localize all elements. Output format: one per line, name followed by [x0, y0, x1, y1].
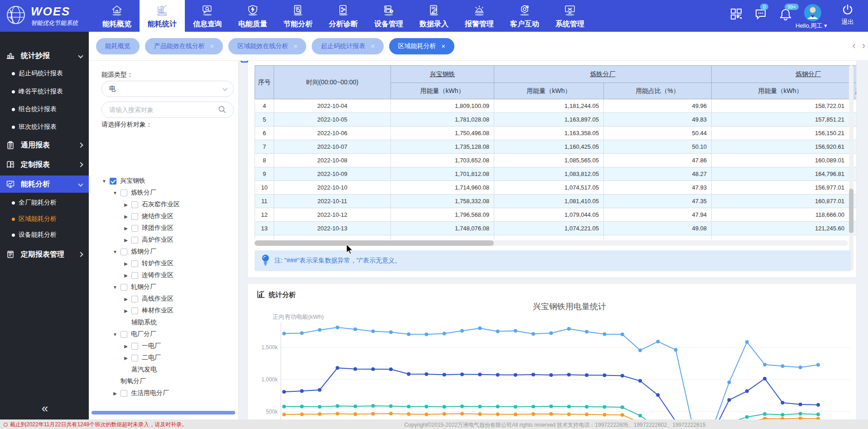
tree-node-蒸汽发电[interactable]: 蒸汽发电 — [89, 364, 238, 375]
data-point[interactable] — [318, 388, 322, 392]
data-point[interactable] — [781, 401, 784, 405]
data-point[interactable] — [816, 403, 820, 407]
data-point[interactable] — [550, 412, 553, 416]
data-point[interactable] — [603, 405, 606, 409]
data-point[interactable] — [407, 372, 410, 376]
data-point[interactable] — [318, 328, 322, 332]
tree-checkbox[interactable] — [131, 260, 138, 267]
data-point[interactable] — [638, 379, 642, 383]
data-point[interactable] — [424, 332, 428, 336]
tree-checkbox[interactable] — [121, 284, 127, 291]
data-point[interactable] — [621, 332, 624, 336]
tree-collapse-icon[interactable]: ▶ — [123, 261, 129, 266]
tab-5[interactable]: 区域能耗分析× — [389, 38, 454, 54]
data-point[interactable] — [478, 412, 482, 416]
tree-node-生活用电分厂[interactable]: ▶生活用电分厂 — [89, 387, 238, 399]
tree-expand-icon[interactable]: ▼ — [112, 332, 118, 337]
line-chart[interactable]: 1,500k1,000k500k — [248, 317, 856, 429]
data-point[interactable] — [371, 330, 375, 333]
tree-expand-icon[interactable]: ▼ — [112, 285, 118, 290]
data-point[interactable] — [550, 405, 553, 408]
energy-type-select[interactable]: 电 — [101, 81, 234, 97]
data-point[interactable] — [621, 405, 624, 409]
nav-item-1[interactable]: 能耗概览 — [94, 0, 140, 32]
data-point[interactable] — [336, 326, 339, 329]
tree-node-二电厂[interactable]: ▶二电厂 — [89, 352, 238, 364]
tree-checkbox[interactable] — [131, 201, 138, 208]
tree-checkbox[interactable] — [131, 213, 138, 220]
tree-node-转炉作业区[interactable]: ▶转炉作业区 — [89, 258, 238, 269]
data-point[interactable] — [567, 373, 571, 376]
data-point[interactable] — [567, 412, 571, 416]
data-point[interactable] — [531, 373, 535, 376]
data-point[interactable] — [300, 412, 304, 416]
data-point[interactable] — [318, 405, 322, 409]
tree-collapse-icon[interactable]: ▶ — [123, 226, 129, 231]
data-point[interactable] — [799, 366, 802, 369]
data-point[interactable] — [371, 412, 375, 416]
data-point[interactable] — [496, 330, 500, 333]
data-point[interactable] — [407, 405, 410, 409]
nav-item-4[interactable]: 电能质量 — [230, 0, 275, 32]
nav-item-6[interactable]: 分析诊断 — [321, 0, 366, 32]
tree-node-一电厂[interactable]: ▶一电厂 — [89, 340, 238, 352]
data-point[interactable] — [460, 373, 464, 376]
tree-node-石灰窑作业区[interactable]: ▶石灰窑作业区 — [89, 199, 238, 210]
data-point[interactable] — [531, 405, 535, 408]
data-point[interactable] — [567, 327, 571, 331]
table-row[interactable]: 62022-10-061,750,496.081,163,358.0550.44… — [255, 127, 857, 140]
tree-node-高线作业区[interactable]: ▶高线作业区 — [89, 293, 238, 305]
data-point[interactable] — [603, 413, 606, 416]
data-point[interactable] — [585, 373, 588, 377]
data-point[interactable] — [638, 348, 642, 352]
tree-checkbox[interactable] — [131, 296, 138, 302]
data-point[interactable] — [585, 413, 588, 416]
data-point[interactable] — [799, 412, 802, 415]
hscroll-thumb[interactable] — [255, 240, 494, 246]
data-point[interactable] — [728, 380, 731, 384]
data-point[interactable] — [621, 374, 624, 378]
sidebar-group-能耗分析[interactable]: 能耗分析 — [0, 176, 89, 193]
tree-checkbox[interactable] — [110, 178, 116, 185]
data-point[interactable] — [656, 340, 660, 343]
tree-node-制氧分厂[interactable]: 制氧分厂 — [89, 375, 238, 387]
sidebar-group-定期报表管理[interactable]: 定期报表管理 — [0, 246, 89, 263]
data-point[interactable] — [371, 367, 375, 371]
data-point[interactable] — [443, 405, 446, 409]
vscroll-thumb[interactable] — [849, 189, 854, 233]
bell-icon[interactable]: 99+ — [779, 8, 792, 23]
data-point[interactable] — [478, 373, 482, 376]
data-point[interactable] — [531, 332, 535, 336]
data-point[interactable] — [621, 413, 624, 417]
tree-collapse-icon[interactable]: ▶ — [123, 297, 129, 302]
data-point[interactable] — [816, 413, 820, 416]
data-point[interactable] — [531, 412, 535, 416]
data-point[interactable] — [816, 363, 820, 367]
data-point[interactable] — [585, 330, 588, 334]
sidebar-group-定制报表[interactable]: 定制报表 — [0, 156, 89, 173]
data-point[interactable] — [460, 412, 464, 415]
tree-expand-icon[interactable]: ▼ — [112, 249, 118, 254]
data-point[interactable] — [282, 405, 286, 409]
data-point[interactable] — [603, 374, 606, 377]
sidebar-item-区域能耗分析[interactable]: 区域能耗分析 — [0, 212, 89, 226]
sidebar-item-峰谷平统计报表[interactable]: 峰谷平统计报表 — [0, 85, 89, 98]
data-point[interactable] — [763, 363, 767, 366]
data-point[interactable] — [674, 348, 678, 351]
search-input[interactable] — [109, 106, 218, 113]
tab-close-icon[interactable]: × — [210, 43, 214, 50]
table-row[interactable]: 82022-10-081,703,652.081,085,565.0547.86… — [255, 154, 857, 167]
data-point[interactable] — [638, 414, 642, 418]
tree-node-高炉作业区[interactable]: ▶高炉作业区 — [89, 234, 238, 246]
data-point[interactable] — [424, 405, 428, 408]
tree-checkbox[interactable] — [131, 343, 138, 350]
data-point[interactable] — [353, 405, 357, 408]
tree-collapse-icon[interactable]: ▶ — [123, 238, 129, 243]
group-header-1[interactable]: 兴宝钢铁 — [391, 66, 494, 83]
message-icon[interactable]: 0 — [755, 8, 767, 22]
data-point[interactable] — [353, 327, 357, 331]
tree-checkbox[interactable] — [131, 272, 138, 279]
data-point[interactable] — [407, 332, 410, 336]
tree-node-炼钢分厂[interactable]: ▼炼钢分厂 — [89, 246, 238, 258]
tree-collapse-icon[interactable]: ▶ — [123, 344, 129, 349]
